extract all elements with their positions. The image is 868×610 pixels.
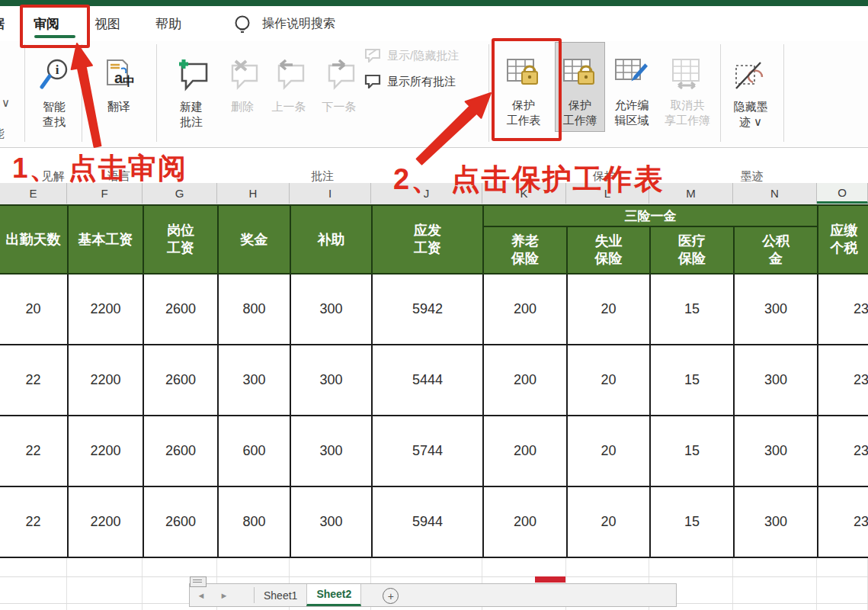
allow-edit-ranges-button[interactable]: 允许编 辑区域 xyxy=(607,43,656,131)
annotation-step2: 2、 点击保护工作表 xyxy=(393,160,665,199)
data-cell[interactable]: 800 xyxy=(218,486,290,557)
data-cell[interactable]: 800 xyxy=(218,274,290,345)
delete-comment-icon xyxy=(225,43,260,97)
data-cell[interactable]: 23 xyxy=(818,345,868,416)
hide-ink-label: 隐藏墨 迹 ∨ xyxy=(734,99,768,130)
data-cell[interactable]: 200 xyxy=(483,486,567,557)
data-cell[interactable]: 300 xyxy=(290,274,372,345)
column-letter-H[interactable]: H xyxy=(217,183,290,204)
data-cell[interactable]: 15 xyxy=(650,486,734,557)
data-cell[interactable]: 300 xyxy=(290,486,372,557)
data-cell[interactable]: 22 xyxy=(0,416,68,486)
previous-comment-button[interactable]: 上一条 xyxy=(265,43,312,131)
translate-button[interactable]: a中 翻译 xyxy=(91,43,146,131)
data-cell[interactable]: 300 xyxy=(218,345,290,416)
show-hide-comment-button[interactable]: 显示/隐藏批注 xyxy=(364,47,459,65)
header-subcell[interactable]: 公积 金 xyxy=(734,226,818,274)
tab-help[interactable]: 帮助 xyxy=(155,15,181,33)
data-cell[interactable]: 5444 xyxy=(372,345,483,416)
next-comment-button[interactable]: 下一条 xyxy=(315,43,363,131)
column-letter-I[interactable]: I xyxy=(290,183,371,204)
tab-review[interactable]: 审阅 xyxy=(34,15,59,33)
data-cell[interactable]: 200 xyxy=(483,274,567,345)
header-group-cell[interactable]: 三险一金 xyxy=(483,205,818,226)
add-sheet-button[interactable]: + xyxy=(383,588,399,604)
data-cell[interactable]: 200 xyxy=(483,416,567,486)
data-cell[interactable]: 5744 xyxy=(372,416,483,486)
delete-comment-button[interactable]: 删除 xyxy=(221,43,264,131)
new-comment-button[interactable]: 新建 批注 xyxy=(169,43,213,131)
previous-comment-label: 上一条 xyxy=(272,99,306,114)
data-cell[interactable]: 200 xyxy=(483,345,567,416)
data-cell[interactable]: 2600 xyxy=(143,486,218,557)
data-cell[interactable]: 2600 xyxy=(143,274,218,345)
data-cell[interactable]: 600 xyxy=(218,416,290,486)
data-cell[interactable]: 15 xyxy=(650,345,734,416)
column-letter-N[interactable]: N xyxy=(733,183,817,204)
show-all-comments-button[interactable]: 显示所有批注 xyxy=(364,73,456,91)
data-cell[interactable]: 23 xyxy=(818,416,868,486)
group-separator xyxy=(720,44,721,142)
group-separator xyxy=(82,44,82,142)
header-cell[interactable]: 奖金 xyxy=(218,205,290,274)
data-cell[interactable]: 2200 xyxy=(68,486,143,557)
data-cell[interactable]: 23 xyxy=(818,274,868,345)
data-cell[interactable]: 20 xyxy=(0,274,68,345)
data-cell[interactable]: 15 xyxy=(650,416,734,486)
data-cell[interactable]: 20 xyxy=(567,345,650,416)
data-cell[interactable]: 20 xyxy=(567,486,650,557)
hide-ink-button[interactable]: 隐藏墨 迹 ∨ xyxy=(724,43,777,131)
tell-me-search[interactable]: 操作说明搜索 xyxy=(262,16,335,32)
show-hide-comment-label: 显示/隐藏批注 xyxy=(387,49,459,63)
sheet-tab-sheet2[interactable]: Sheet2 xyxy=(306,584,361,606)
tab-bar-grip[interactable] xyxy=(190,576,207,587)
data-cell[interactable]: 300 xyxy=(734,486,818,557)
header-subcell[interactable]: 医疗 保险 xyxy=(650,226,734,274)
data-cell[interactable]: 5942 xyxy=(372,274,483,345)
data-cell[interactable]: 5944 xyxy=(372,486,483,557)
data-cell[interactable]: 2600 xyxy=(143,416,218,486)
header-cell[interactable]: 岗位 工资 xyxy=(143,205,218,274)
data-cell[interactable]: 22 xyxy=(0,345,68,416)
header-subcell[interactable]: 失业 保险 xyxy=(567,226,650,274)
header-cell[interactable]: 基本工资 xyxy=(68,205,143,274)
data-cell[interactable]: 2200 xyxy=(68,274,143,345)
group-separator xyxy=(156,44,157,142)
header-subcell[interactable]: 养老 保险 xyxy=(483,226,567,274)
unshare-workbook-icon xyxy=(669,43,706,95)
protect-sheet-button[interactable]: 保护 工作表 xyxy=(497,43,550,131)
show-hide-comment-icon xyxy=(364,47,383,65)
unshare-workbook-label: 取消共 享工作簿 xyxy=(665,98,710,128)
tell-me-bulb-icon xyxy=(233,14,251,40)
faint-gridline xyxy=(142,557,143,610)
data-cell[interactable]: 15 xyxy=(650,274,734,345)
data-cell[interactable]: 300 xyxy=(734,345,818,416)
sheet-nav-left-icon[interactable]: ◄ xyxy=(190,584,213,606)
data-cell[interactable]: 20 xyxy=(567,416,650,486)
tab-data-partial[interactable]: 据 xyxy=(0,15,5,33)
unshare-workbook-button[interactable]: 取消共 享工作簿 xyxy=(657,43,718,131)
tab-view[interactable]: 视图 xyxy=(94,15,120,33)
header-cell[interactable]: 应缴 个税 xyxy=(818,205,868,274)
sheet-nav-right-icon[interactable]: ► xyxy=(213,584,235,606)
header-cell[interactable]: 补助 xyxy=(290,205,372,274)
data-cell[interactable]: 300 xyxy=(734,274,818,345)
data-cell[interactable]: 300 xyxy=(290,416,372,486)
data-cell[interactable]: 2200 xyxy=(68,345,143,416)
data-cell[interactable]: 23 xyxy=(818,486,868,557)
sheet-tab-sheet1[interactable]: Sheet1 xyxy=(255,584,306,606)
column-letter-O[interactable]: O xyxy=(817,183,868,204)
data-cell[interactable]: 300 xyxy=(290,345,372,416)
header-cell[interactable]: 出勤天数 xyxy=(0,205,68,274)
data-cell[interactable]: 2600 xyxy=(143,345,218,416)
protect-workbook-button[interactable]: 保护 工作簿 xyxy=(556,43,604,131)
protect-sheet-icon xyxy=(505,43,542,95)
group-label-ink: 墨迹 xyxy=(720,169,783,184)
data-cell[interactable]: 2200 xyxy=(68,416,143,486)
data-cell[interactable]: 300 xyxy=(734,416,818,486)
data-cell[interactable]: 20 xyxy=(567,274,650,345)
smart-lookup-button[interactable]: i 智能 查找 xyxy=(30,43,78,131)
group-separator xyxy=(783,44,784,142)
data-cell[interactable]: 22 xyxy=(0,486,68,557)
header-cell[interactable]: 应发 工资 xyxy=(372,205,483,274)
